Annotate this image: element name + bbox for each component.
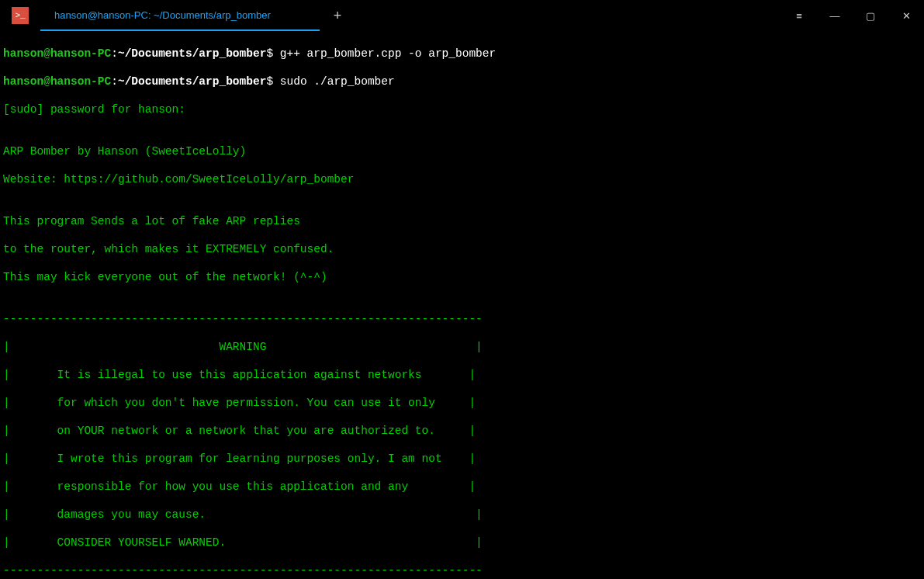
menu-button[interactable]: ≡	[781, 0, 817, 31]
output-line: to the router, which makes it EXTREMELY …	[3, 242, 921, 256]
titlebar-spacer	[355, 0, 781, 31]
add-tab-button[interactable]: +	[320, 0, 355, 31]
tab-title: hanson@hanson-PC: ~/Documents/arp_bomber	[54, 9, 271, 21]
prompt-line: hanson@hanson-PC:~/Documents/arp_bomber$…	[3, 75, 921, 88]
tab-active[interactable]: hanson@hanson-PC: ~/Documents/arp_bomber	[40, 0, 320, 31]
maximize-button[interactable]: ▢	[853, 0, 888, 31]
output-line: | WARNING |	[3, 340, 921, 354]
close-button[interactable]: ✕	[888, 0, 924, 31]
output-line: [sudo] password for hanson:	[3, 102, 921, 116]
prompt-path: ~/Documents/arp_bomber	[118, 75, 266, 88]
output-line: ----------------------------------------…	[3, 563, 921, 577]
output-line: This may kick everyone out of the networ…	[3, 270, 921, 284]
prompt-user: hanson@hanson-PC	[3, 47, 111, 60]
prompt-dollar: $	[266, 47, 273, 60]
output-line: | I wrote this program for learning purp…	[3, 452, 921, 466]
output-line: | on YOUR network or a network that you …	[3, 424, 921, 438]
output-line: | It is illegal to use this application …	[3, 368, 921, 382]
terminal-icon: >_	[12, 7, 29, 24]
output-line: ARP Bomber by Hanson (SweetIceLolly)	[3, 144, 921, 158]
command-text: g++ arp_bomber.cpp -o arp_bomber	[273, 47, 496, 60]
prompt-colon: :	[111, 75, 118, 88]
output-line: | responsible for how you use this appli…	[3, 480, 921, 494]
output-line: This program Sends a lot of fake ARP rep…	[3, 214, 921, 228]
output-line: | CONSIDER YOURSELF WARNED. |	[3, 536, 921, 550]
app-icon: >_	[0, 0, 40, 31]
minimize-button[interactable]: —	[817, 0, 853, 31]
command-text: sudo ./arp_bomber	[273, 75, 395, 88]
output-line: ----------------------------------------…	[3, 312, 921, 326]
prompt-path: ~/Documents/arp_bomber	[118, 47, 266, 60]
prompt-line: hanson@hanson-PC:~/Documents/arp_bomber$…	[3, 47, 921, 61]
terminal-output[interactable]: hanson@hanson-PC:~/Documents/arp_bomber$…	[0, 31, 924, 579]
prompt-user: hanson@hanson-PC	[3, 75, 111, 88]
prompt-dollar: $	[266, 75, 273, 88]
titlebar: >_ hanson@hanson-PC: ~/Documents/arp_bom…	[0, 0, 924, 31]
output-line: Website: https://github.com/SweetIceLoll…	[3, 172, 921, 186]
prompt-colon: :	[111, 47, 118, 60]
window-controls: ≡ — ▢ ✕	[781, 0, 924, 31]
output-line: | damages you may cause. |	[3, 508, 921, 522]
output-line: | for which you don't have permission. Y…	[3, 396, 921, 410]
